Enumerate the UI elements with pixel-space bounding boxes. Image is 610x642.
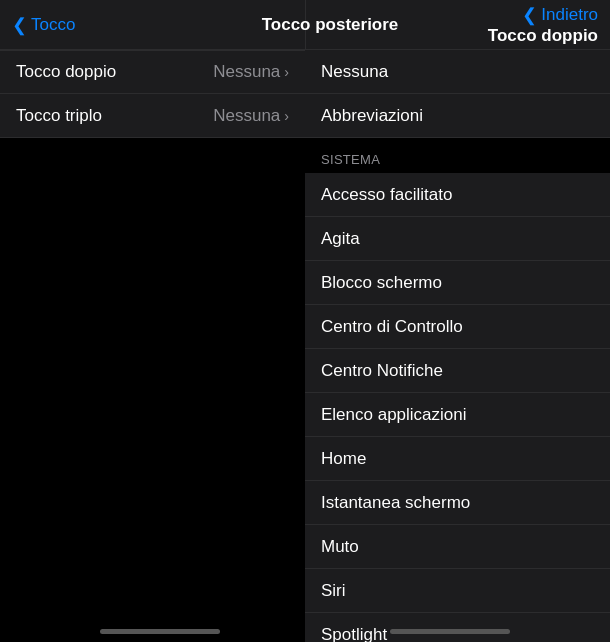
list-item-muto[interactable]: Muto [305,525,610,569]
tocco-doppio-value: Nessuna › [213,62,289,82]
nessuna-row[interactable]: Nessuna [305,50,610,94]
list-item-spotlight[interactable]: Spotlight [305,613,610,642]
abbreviazioni-label: Abbreviazioni [321,106,423,126]
nav-bar: ❮ Tocco Tocco posteriore ❮ Indietro Tocc… [0,0,610,50]
home-indicator-right [390,629,510,634]
right-dropdown-panel: Nessuna Abbreviazioni SISTEMA Accesso fa… [305,50,610,642]
chevron-right-icon-1: › [284,64,289,80]
tocco-triplo-label: Tocco triplo [16,106,102,126]
list-item-centro-controllo[interactable]: Centro di Controllo [305,305,610,349]
list-item-agita[interactable]: Agita [305,217,610,261]
sistema-section-header: SISTEMA [305,138,610,173]
list-item-centro-notifiche[interactable]: Centro Notifiche [305,349,610,393]
list-item-siri[interactable]: Siri [305,569,610,613]
list-item-elenco-applicazioni[interactable]: Elenco applicazioni [305,393,610,437]
list-item-istantanea-schermo[interactable]: Istantanea schermo [305,481,610,525]
tocco-doppio-val-text: Nessuna [213,62,280,82]
back-label-left: Tocco [31,15,75,35]
tocco-triplo-row[interactable]: Tocco triplo Nessuna › [0,94,305,138]
list-item-blocco-schermo[interactable]: Blocco schermo [305,261,610,305]
back-button-right[interactable]: ❮ Indietro [522,4,598,26]
home-indicator-left [100,629,220,634]
sistema-items-list: Accesso facilitato Agita Blocco schermo … [305,173,610,642]
nav-title-right: Tocco doppio [488,26,598,46]
tocco-doppio-row[interactable]: Tocco doppio Nessuna › [0,50,305,94]
list-item-accesso-facilitato[interactable]: Accesso facilitato [305,173,610,217]
nessuna-label: Nessuna [321,62,388,82]
tocco-triplo-val-text: Nessuna [213,106,280,126]
nav-left-panel: ❮ Tocco Tocco posteriore [0,0,305,49]
chevron-left-icon: ❮ [12,14,27,36]
back-label-right: Indietro [541,5,598,25]
tocco-triplo-value: Nessuna › [213,106,289,126]
left-settings-panel: Tocco doppio Nessuna › Tocco triplo Ness… [0,50,305,138]
list-item-home[interactable]: Home [305,437,610,481]
chevron-left-icon-right: ❮ [522,4,537,26]
tocco-doppio-label: Tocco doppio [16,62,116,82]
chevron-right-icon-2: › [284,108,289,124]
abbreviazioni-row[interactable]: Abbreviazioni [305,94,610,138]
nav-title-left: Tocco posteriore [230,15,430,35]
back-button-left[interactable]: ❮ Tocco [12,14,75,36]
bottom-bar [0,629,610,634]
